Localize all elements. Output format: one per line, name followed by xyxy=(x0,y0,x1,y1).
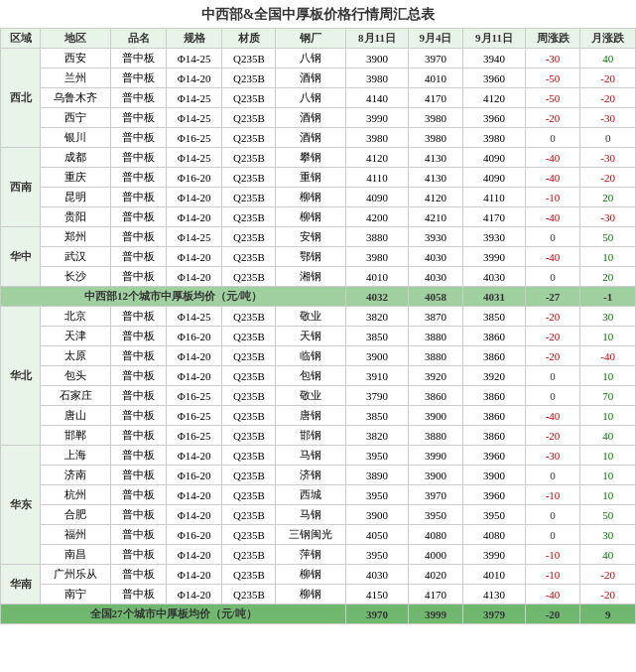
table-cell: Q235B xyxy=(222,307,276,327)
table-header: 区域 地区 品名 规格 材质 钢厂 8月11日 9月4日 9月11日 周涨跌 月… xyxy=(1,29,636,49)
table-row: 邯郸普中板Φ16-25Q235B邯钢382038803860-2040 xyxy=(1,426,636,446)
table-cell: 3900 xyxy=(408,406,463,426)
table-cell: -30 xyxy=(525,49,580,68)
table-cell: 普中板 xyxy=(111,485,167,505)
table-cell: -40 xyxy=(525,168,580,188)
table-cell: 天钢 xyxy=(276,327,346,346)
table-cell: 普中板 xyxy=(111,108,167,128)
table-cell: 4200 xyxy=(346,207,408,227)
table-row: 唐山普中板Φ16-25Q235B唐钢385039003860-4010 xyxy=(1,406,636,426)
table-cell: 马钢 xyxy=(276,505,346,525)
table-cell: Φ14-20 xyxy=(166,346,222,366)
table-cell: 3900 xyxy=(346,346,408,366)
table-cell: 3980 xyxy=(346,128,408,148)
table-cell: 3880 xyxy=(346,227,408,247)
table-cell: Φ14-20 xyxy=(166,68,222,88)
table-cell: 40 xyxy=(580,426,636,446)
region-cell: 西南 xyxy=(1,148,41,227)
table-cell: 3860 xyxy=(463,406,525,426)
table-cell: 3860 xyxy=(408,386,463,406)
table-cell: 普中板 xyxy=(111,466,167,485)
table-cell: -20 xyxy=(525,426,580,446)
table-cell: 西宁 xyxy=(41,108,111,128)
table-cell: 3950 xyxy=(346,446,408,466)
table-cell: 邯郸 xyxy=(41,426,111,446)
table-cell: 3930 xyxy=(408,227,463,247)
table-cell: 酒钢 xyxy=(276,128,346,148)
table-row: 乌鲁木齐普中板Φ14-25Q235B八钢414041704120-50-20 xyxy=(1,88,636,108)
table-cell: Q235B xyxy=(222,585,276,605)
table-cell: 攀钢 xyxy=(276,148,346,168)
table-cell: Φ14-25 xyxy=(166,148,222,168)
table-cell: Q235B xyxy=(222,346,276,366)
table-cell: -20 xyxy=(525,108,580,128)
table-cell: 太原 xyxy=(41,346,111,366)
table-cell: 3960 xyxy=(463,108,525,128)
table-cell: 北京 xyxy=(41,307,111,327)
table-cell: Q235B xyxy=(222,446,276,466)
table-cell: 3920 xyxy=(463,366,525,386)
table-cell: 八钢 xyxy=(276,88,346,108)
table-row: 太原普中板Φ14-20Q235B临钢390038803860-20-40 xyxy=(1,346,636,366)
table-cell: -20 xyxy=(580,168,636,188)
region-cell: 华中 xyxy=(1,227,41,287)
table-cell: Φ14-20 xyxy=(166,485,222,505)
col-mill: 钢厂 xyxy=(276,29,346,49)
table-cell: 湘钢 xyxy=(276,267,346,287)
table-cell: 4090 xyxy=(346,188,408,207)
table-cell: 4010 xyxy=(346,267,408,287)
table-cell: 邯钢 xyxy=(276,426,346,446)
table-cell: Φ16-25 xyxy=(166,128,222,148)
table-cell: -30 xyxy=(580,148,636,168)
table-cell: Q235B xyxy=(222,565,276,585)
subtotal-value: 3979 xyxy=(463,605,525,624)
table-cell: 3900 xyxy=(346,49,408,68)
table-cell: 10 xyxy=(580,466,636,485)
col-city: 地区 xyxy=(41,29,111,49)
subtotal-label: 全国27个城市中厚板均价（元/吨） xyxy=(1,605,346,624)
subtotal-value: 4032 xyxy=(346,287,408,307)
table-cell: 3980 xyxy=(408,108,463,128)
table-cell: 40 xyxy=(580,545,636,565)
table-row: 华中郑州普中板Φ14-25Q235B安钢388039303930050 xyxy=(1,227,636,247)
table-cell: -20 xyxy=(580,565,636,585)
table-row: 华北北京普中板Φ14-25Q235B敬业382038703850-2030 xyxy=(1,307,636,327)
table-cell: -10 xyxy=(525,188,580,207)
table-cell: 3970 xyxy=(408,485,463,505)
table-row: 合肥普中板Φ14-20Q235B马钢390039503950050 xyxy=(1,505,636,525)
table-cell: 普中板 xyxy=(111,267,167,287)
table-cell: 普中板 xyxy=(111,307,167,327)
table-cell: -10 xyxy=(525,485,580,505)
table-cell: 普中板 xyxy=(111,346,167,366)
table-cell: -20 xyxy=(525,307,580,327)
table-cell: Q235B xyxy=(222,267,276,287)
table-cell: 银川 xyxy=(41,128,111,148)
table-cell: Q235B xyxy=(222,49,276,68)
table-cell: -40 xyxy=(525,148,580,168)
subtotal-value: 4031 xyxy=(463,287,525,307)
table-cell: 普中板 xyxy=(111,128,167,148)
table-cell: -20 xyxy=(525,346,580,366)
table-cell: 4210 xyxy=(408,207,463,227)
table-cell: 3870 xyxy=(408,307,463,327)
table-row: 银川普中板Φ16-25Q235B酒钢39803980398000 xyxy=(1,128,636,148)
table-cell: 3820 xyxy=(346,307,408,327)
table-cell: 普中板 xyxy=(111,188,167,207)
table-cell: 兰州 xyxy=(41,68,111,88)
table-cell: Φ14-25 xyxy=(166,49,222,68)
table-row: 杭州普中板Φ14-20Q235B西城395039703960-1010 xyxy=(1,485,636,505)
table-row: 昆明普中板Φ14-20Q235B柳钢409041204110-1020 xyxy=(1,188,636,207)
table-cell: Φ14-25 xyxy=(166,88,222,108)
table-cell: Q235B xyxy=(222,108,276,128)
table-cell: 40 xyxy=(580,49,636,68)
subtotal-value: 4058 xyxy=(408,287,463,307)
table-cell: 临钢 xyxy=(276,346,346,366)
table-cell: 长沙 xyxy=(41,267,111,287)
table-cell: 10 xyxy=(580,366,636,386)
table-cell: 3860 xyxy=(463,346,525,366)
subtotal-row: 全国27个城市中厚板均价（元/吨）397039993979-209 xyxy=(1,605,636,624)
table-cell: 4150 xyxy=(346,585,408,605)
table-cell: 0 xyxy=(525,466,580,485)
table-cell: 4120 xyxy=(408,188,463,207)
table-cell: 普中板 xyxy=(111,148,167,168)
